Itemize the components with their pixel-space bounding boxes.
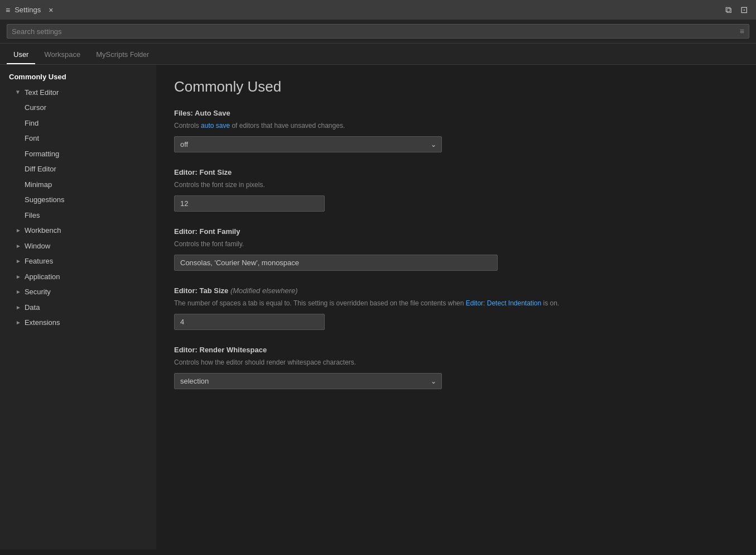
render-whitespace-dropdown[interactable]: none boundary selection trailing all (174, 373, 442, 389)
close-tab-button[interactable]: × (45, 4, 56, 16)
search-bar-container: ≡ (0, 20, 756, 44)
sidebar: Commonly Used ► Text Editor Cursor Find … (0, 65, 156, 549)
title-bar-actions: ⧉ ⊡ (723, 3, 750, 16)
tab-title: Settings (15, 6, 41, 14)
sidebar-item-security[interactable]: ► Security (0, 284, 156, 300)
title-bar: ≡ Settings × ⧉ ⊡ (0, 0, 756, 20)
sidebar-item-suggestions[interactable]: Suggestions (0, 192, 156, 208)
tab-workspace[interactable]: Workspace (37, 46, 87, 64)
sidebar-item-diff-editor[interactable]: Diff Editor (0, 161, 156, 177)
setting-editor-font-family: Editor: Font Family Controls the font fa… (174, 227, 738, 271)
sidebar-item-data[interactable]: ► Data (0, 300, 156, 315)
setting-desc-render-whitespace: Controls how the editor should render wh… (174, 357, 738, 367)
render-whitespace-dropdown-wrapper: none boundary selection trailing all ⌄ (174, 373, 442, 389)
setting-label-font-family: Editor: Font Family (174, 227, 738, 236)
search-input[interactable] (12, 27, 740, 36)
setting-files-auto-save: Files: Auto Save Controls auto save of e… (174, 109, 738, 152)
chevron-down-icon: ► (14, 89, 22, 95)
sidebar-item-text-editor[interactable]: ► Text Editor (0, 85, 156, 101)
sidebar-item-cursor[interactable]: Cursor (0, 100, 156, 116)
content-area: Commonly Used Files: Auto Save Controls … (156, 65, 756, 549)
chevron-right-icon: ► (16, 288, 21, 296)
sidebar-item-features[interactable]: ► Features (0, 253, 156, 269)
main-layout: Commonly Used ► Text Editor Cursor Find … (0, 65, 756, 549)
tab-size-input[interactable] (174, 314, 325, 330)
auto-save-link[interactable]: auto save (201, 122, 230, 130)
detect-indentation-link[interactable]: Editor: Detect Indentation (466, 299, 541, 307)
sidebar-item-window[interactable]: ► Window (0, 238, 156, 254)
search-filter-icon: ≡ (740, 27, 744, 36)
chevron-right-icon: ► (16, 303, 21, 312)
files-auto-save-dropdown-wrapper: off afterDelay onFocusChange onWindowCha… (174, 136, 442, 152)
font-size-input[interactable] (174, 195, 325, 212)
setting-editor-render-whitespace: Editor: Render Whitespace Controls how t… (174, 346, 738, 389)
split-editor-button[interactable]: ⊡ (738, 3, 750, 16)
tab-myscripts[interactable]: MyScripts Folder (89, 46, 156, 64)
sidebar-item-minimap[interactable]: Minimap (0, 177, 156, 193)
chevron-right-icon: ► (16, 272, 21, 281)
title-bar-left: ≡ Settings × (6, 4, 56, 16)
chevron-right-icon: ► (16, 226, 21, 235)
page-title: Commonly Used (174, 78, 738, 95)
chevron-right-icon: ► (16, 257, 21, 265)
sidebar-item-extensions[interactable]: ► Extensions (0, 315, 156, 331)
sidebar-item-workbench[interactable]: ► Workbench (0, 223, 156, 238)
chevron-right-icon: ► (16, 242, 21, 250)
chevron-right-icon: ► (16, 318, 21, 327)
sidebar-item-application[interactable]: ► Application (0, 269, 156, 285)
setting-label-font-size: Editor: Font Size (174, 168, 738, 176)
search-bar-wrapper: ≡ (7, 24, 749, 39)
files-auto-save-dropdown[interactable]: off afterDelay onFocusChange onWindowCha… (174, 136, 442, 152)
modified-label: (Modified elsewhere) (228, 286, 297, 295)
setting-desc-files-auto-save: Controls auto save of editors that have … (174, 121, 738, 131)
setting-label-tab-size: Editor: Tab Size (Modified elsewhere) (174, 286, 738, 295)
setting-label-files-auto-save: Files: Auto Save (174, 109, 738, 117)
sidebar-item-formatting[interactable]: Formatting (0, 146, 156, 162)
setting-desc-tab-size: The number of spaces a tab is equal to. … (174, 298, 738, 308)
setting-desc-font-size: Controls the font size in pixels. (174, 180, 738, 190)
open-settings-json-button[interactable]: ⧉ (723, 3, 734, 16)
sidebar-item-files[interactable]: Files (0, 208, 156, 223)
tabs-bar: User Workspace MyScripts Folder (0, 44, 756, 65)
setting-editor-font-size: Editor: Font Size Controls the font size… (174, 168, 738, 212)
sidebar-item-font[interactable]: Font (0, 131, 156, 146)
font-family-input[interactable] (174, 255, 498, 271)
setting-desc-font-family: Controls the font family. (174, 239, 738, 249)
menu-icon: ≡ (6, 6, 10, 15)
tab-user[interactable]: User (7, 46, 35, 64)
setting-label-render-whitespace: Editor: Render Whitespace (174, 346, 738, 354)
setting-editor-tab-size: Editor: Tab Size (Modified elsewhere) Th… (174, 286, 738, 330)
sidebar-item-find[interactable]: Find (0, 116, 156, 131)
sidebar-item-commonly-used[interactable]: Commonly Used (0, 69, 156, 85)
tab-myscripts-suffix: Folder (130, 51, 149, 59)
